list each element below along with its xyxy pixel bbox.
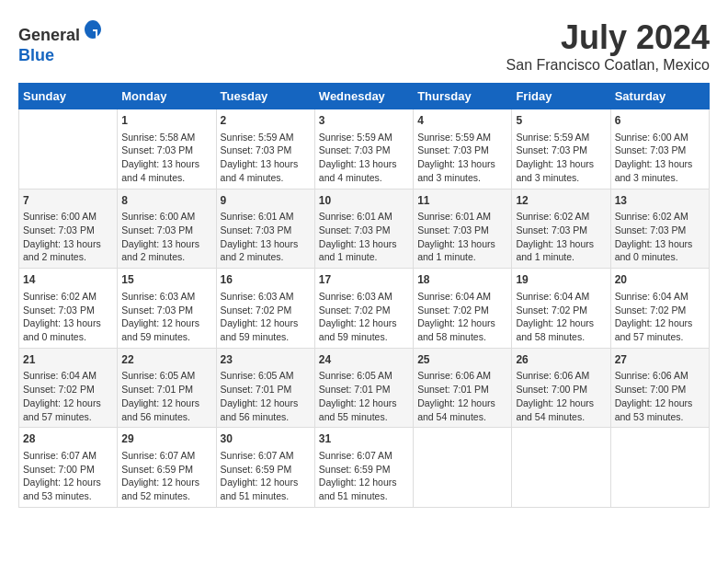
day-info: Sunrise: 6:01 AM — [417, 210, 507, 224]
day-info: Sunrise: 6:00 AM — [121, 210, 211, 224]
week-row-2: 14Sunrise: 6:02 AMSunset: 7:03 PMDayligh… — [19, 269, 710, 349]
day-info: Sunrise: 6:05 AM — [319, 369, 409, 383]
day-info: Sunrise: 5:58 AM — [121, 131, 211, 144]
day-number: 9 — [221, 193, 311, 209]
day-info: Sunrise: 6:04 AM — [615, 290, 705, 304]
day-number: 12 — [516, 193, 606, 209]
subtitle: San Francisco Coatlan, Mexico — [506, 57, 710, 74]
day-info: Sunrise: 6:04 AM — [516, 290, 606, 304]
header-row: SundayMondayTuesdayWednesdayThursdayFrid… — [19, 84, 710, 109]
day-info: Sunrise: 6:04 AM — [23, 369, 113, 383]
calendar-cell: 25Sunrise: 6:06 AMSunset: 7:01 PMDayligh… — [414, 348, 512, 428]
day-number: 30 — [221, 431, 311, 447]
day-info: Sunrise: 5:59 AM — [319, 131, 409, 144]
main-title: July 2024 — [506, 18, 710, 57]
day-info: Sunrise: 6:02 AM — [23, 290, 113, 304]
day-number: 3 — [319, 113, 409, 129]
day-info: Daylight: 12 hours and 54 minutes. — [417, 396, 507, 423]
day-info: Sunset: 7:03 PM — [221, 224, 311, 237]
day-info: Sunset: 7:03 PM — [23, 224, 113, 237]
day-number: 15 — [121, 272, 211, 288]
header-day-thursday: Thursday — [414, 84, 512, 109]
day-info: Sunset: 7:03 PM — [615, 224, 705, 237]
day-info: Sunrise: 6:06 AM — [615, 369, 705, 383]
day-info: Daylight: 13 hours and 1 minute. — [319, 237, 409, 264]
day-info: Sunset: 7:03 PM — [516, 144, 606, 157]
calendar-cell: 20Sunrise: 6:04 AMSunset: 7:02 PMDayligh… — [610, 269, 709, 349]
day-number: 17 — [319, 272, 409, 288]
calendar-cell: 2Sunrise: 5:59 AMSunset: 7:03 PMDaylight… — [216, 109, 314, 190]
calendar-cell: 15Sunrise: 6:03 AMSunset: 7:03 PMDayligh… — [118, 269, 216, 349]
calendar-cell: 11Sunrise: 6:01 AMSunset: 7:03 PMDayligh… — [414, 189, 512, 269]
calendar-cell: 30Sunrise: 6:07 AMSunset: 6:59 PMDayligh… — [216, 428, 314, 508]
day-info: Sunrise: 6:05 AM — [121, 369, 211, 383]
day-info: Sunset: 7:03 PM — [23, 304, 113, 317]
day-number: 2 — [221, 113, 311, 129]
calendar-cell: 18Sunrise: 6:04 AMSunset: 7:02 PMDayligh… — [414, 269, 512, 349]
day-info: Daylight: 13 hours and 3 minutes. — [417, 157, 507, 184]
day-number: 24 — [319, 352, 409, 368]
day-info: Daylight: 12 hours and 59 minutes. — [121, 316, 211, 343]
day-info: Sunrise: 6:00 AM — [615, 131, 705, 144]
calendar-cell: 31Sunrise: 6:07 AMSunset: 6:59 PMDayligh… — [314, 428, 413, 508]
day-info: Daylight: 12 hours and 52 minutes. — [121, 476, 211, 502]
day-info: Sunset: 7:03 PM — [417, 224, 507, 237]
day-number: 18 — [417, 272, 507, 288]
calendar-cell — [512, 428, 610, 508]
day-info: Sunrise: 6:03 AM — [121, 290, 211, 304]
day-info: Sunrise: 6:07 AM — [23, 449, 113, 463]
day-info: Sunset: 7:02 PM — [516, 304, 606, 317]
day-info: Daylight: 12 hours and 53 minutes. — [23, 476, 113, 502]
calendar-cell: 19Sunrise: 6:04 AMSunset: 7:02 PMDayligh… — [512, 269, 610, 349]
day-info: Daylight: 13 hours and 1 minute. — [516, 237, 606, 264]
calendar-cell: 13Sunrise: 6:02 AMSunset: 7:03 PMDayligh… — [610, 189, 709, 269]
day-number: 22 — [121, 352, 211, 368]
day-info: Sunset: 7:03 PM — [516, 224, 606, 237]
day-info: Sunrise: 6:06 AM — [516, 369, 606, 383]
day-info: Daylight: 13 hours and 1 minute. — [417, 237, 507, 264]
day-number: 6 — [615, 113, 705, 129]
day-number: 20 — [615, 272, 705, 288]
day-info: Sunrise: 5:59 AM — [516, 131, 606, 144]
week-row-3: 21Sunrise: 6:04 AMSunset: 7:02 PMDayligh… — [19, 348, 710, 428]
day-info: Sunrise: 6:03 AM — [319, 290, 409, 304]
day-info: Daylight: 12 hours and 58 minutes. — [417, 316, 507, 343]
day-info: Daylight: 12 hours and 55 minutes. — [319, 396, 409, 423]
day-info: Sunset: 7:03 PM — [121, 304, 211, 317]
day-info: Sunset: 7:02 PM — [23, 383, 113, 396]
day-info: Sunrise: 6:01 AM — [221, 210, 311, 224]
day-number: 29 — [121, 431, 211, 447]
day-info: Sunset: 7:02 PM — [221, 304, 311, 317]
day-info: Sunrise: 6:06 AM — [417, 369, 507, 383]
calendar-cell — [19, 109, 118, 190]
day-info: Daylight: 12 hours and 53 minutes. — [615, 396, 705, 423]
logo-blue: Blue — [18, 46, 54, 64]
day-info: Sunrise: 6:07 AM — [221, 449, 311, 463]
day-info: Sunset: 6:59 PM — [319, 463, 409, 477]
calendar-cell: 7Sunrise: 6:00 AMSunset: 7:03 PMDaylight… — [19, 189, 118, 269]
week-row-4: 28Sunrise: 6:07 AMSunset: 7:00 PMDayligh… — [19, 428, 710, 508]
day-number: 19 — [516, 272, 606, 288]
week-row-1: 7Sunrise: 6:00 AMSunset: 7:03 PMDaylight… — [19, 189, 710, 269]
header-day-monday: Monday — [118, 84, 216, 109]
day-number: 13 — [615, 193, 705, 209]
logo: General Blue — [18, 18, 104, 65]
header-day-sunday: Sunday — [19, 84, 118, 109]
day-info: Sunset: 7:02 PM — [615, 304, 705, 317]
calendar-cell: 17Sunrise: 6:03 AMSunset: 7:02 PMDayligh… — [314, 269, 413, 349]
day-info: Daylight: 13 hours and 0 minutes. — [615, 237, 705, 264]
calendar-cell — [414, 428, 512, 508]
calendar-cell: 5Sunrise: 5:59 AMSunset: 7:03 PMDaylight… — [512, 109, 610, 190]
calendar-body: 1Sunrise: 5:58 AMSunset: 7:03 PMDaylight… — [19, 109, 710, 508]
day-number: 31 — [319, 431, 409, 447]
day-info: Sunrise: 6:01 AM — [319, 210, 409, 224]
day-number: 4 — [417, 113, 507, 129]
page-header: General Blue July 2024 San Francisco Coa… — [18, 18, 710, 74]
day-info: Sunset: 7:01 PM — [121, 383, 211, 396]
header-day-friday: Friday — [512, 84, 610, 109]
logo-general: General — [18, 26, 80, 44]
header-day-saturday: Saturday — [610, 84, 709, 109]
title-block: July 2024 San Francisco Coatlan, Mexico — [506, 18, 710, 74]
calendar-cell: 1Sunrise: 5:58 AMSunset: 7:03 PMDaylight… — [118, 109, 216, 190]
calendar-cell: 23Sunrise: 6:05 AMSunset: 7:01 PMDayligh… — [216, 348, 314, 428]
